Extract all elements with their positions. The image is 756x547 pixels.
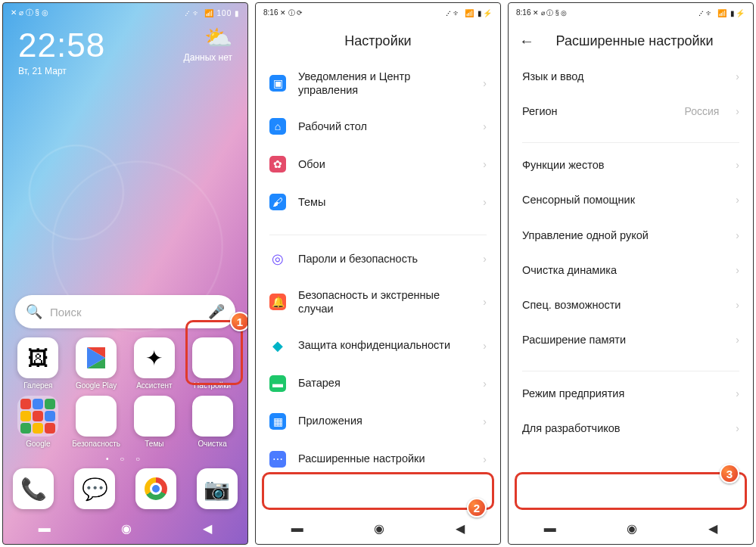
- app-label: Темы: [145, 440, 163, 448]
- chevron-right-icon: ›: [736, 387, 739, 399]
- app-camera[interactable]: 📷: [194, 468, 241, 509]
- weather-icon: ⛅: [184, 26, 232, 49]
- settings-row[interactable]: Очистка динамика›: [509, 253, 753, 287]
- app-google-play[interactable]: Google Play: [73, 337, 120, 390]
- row-label: Спец. возможности: [522, 298, 723, 312]
- search-icon: 🔍: [26, 303, 42, 320]
- row-icon: ✿: [269, 156, 286, 172]
- home-screen: ✕ ⌀ ⓘ § ◎ ⋰ ᯤ 📶 100 ▮ 22:58 Вт, 21 Март …: [2, 2, 248, 545]
- search-placeholder: Поиск: [50, 306, 201, 319]
- settings-row[interactable]: ▬Батарея›: [256, 365, 500, 402]
- page-indicator: • ○ ○: [3, 455, 247, 463]
- search-bar[interactable]: 🔍 Поиск 🎤: [15, 295, 235, 328]
- row-label: Батарея: [298, 376, 471, 390]
- app-icon: 📞: [13, 468, 54, 509]
- settings-row[interactable]: 🖌Темы›: [256, 183, 500, 221]
- settings-row[interactable]: ⋯Расширенные настройки›: [256, 440, 500, 478]
- app-phone[interactable]: 📞: [10, 468, 57, 509]
- chevron-right-icon: ›: [483, 77, 487, 89]
- back-icon[interactable]: ←: [519, 33, 534, 50]
- nav-back-icon[interactable]: ◀: [203, 521, 212, 536]
- app-settings[interactable]: ⚙Настройки: [189, 337, 236, 390]
- app-label: Очистка: [198, 440, 226, 448]
- settings-row[interactable]: Расширение памяти›: [509, 322, 753, 357]
- chevron-right-icon: ›: [483, 378, 487, 390]
- settings-row[interactable]: Сенсорный помощник›: [509, 182, 753, 217]
- settings-title: Настройки: [344, 33, 411, 49]
- row-label: Язык и ввод: [522, 70, 723, 83]
- app-messages[interactable]: 💬: [71, 468, 118, 509]
- row-label: Регион: [522, 104, 672, 118]
- nav-home-icon[interactable]: ◉: [121, 521, 132, 536]
- row-label: Режим предприятия: [522, 387, 723, 400]
- settings-row[interactable]: ⌂Рабочий стол›: [256, 107, 500, 145]
- nav-recent-icon[interactable]: ▬: [39, 521, 51, 535]
- row-icon: ◆: [269, 337, 286, 354]
- advanced-header: ← Расширенные настройки: [509, 23, 753, 59]
- nav-recent-icon[interactable]: ▬: [544, 521, 556, 535]
- app-icon: ✓: [76, 396, 117, 437]
- annotation-badge-3: 3: [720, 464, 739, 483]
- settings-row[interactable]: ✿Обои›: [256, 145, 500, 183]
- nav-recent-icon[interactable]: ▬: [291, 521, 303, 535]
- chevron-right-icon: ›: [483, 340, 487, 352]
- advanced-settings-screen: 8:16 ✕ ⌀ ⓘ § ◎ ⋰ ᯤ 📶 ▮⚡ ← Расширенные на…: [508, 2, 754, 545]
- app-assistant[interactable]: ✦Ассистент: [131, 337, 178, 390]
- app-security[interactable]: ✓Безопасность: [73, 396, 120, 448]
- mic-icon[interactable]: 🎤: [208, 303, 225, 320]
- settings-row[interactable]: ◆Защита конфиденциальности›: [256, 327, 500, 365]
- chevron-right-icon: ›: [736, 229, 739, 241]
- app-icon: 💬: [74, 468, 115, 509]
- row-label: Рабочий стол: [298, 120, 471, 133]
- settings-row[interactable]: Функции жестов›: [509, 148, 753, 182]
- nav-back-icon[interactable]: ◀: [708, 521, 717, 536]
- row-label: Обои: [298, 157, 471, 171]
- app-icon: 📷: [197, 468, 238, 509]
- dock: 📞💬📷: [3, 467, 247, 512]
- row-label: Очистка динамика: [522, 263, 723, 277]
- advanced-list: Язык и ввод›РегионРоссия›Функции жестов›…: [509, 59, 753, 512]
- settings-row[interactable]: Спец. возможности›: [509, 287, 753, 322]
- nav-home-icon[interactable]: ◉: [627, 521, 637, 536]
- nav-bar: ▬ ◉ ◀: [509, 512, 753, 544]
- settings-row[interactable]: Управление одной рукой›: [509, 218, 753, 253]
- settings-row[interactable]: Для разработчиков›: [509, 411, 753, 446]
- chevron-right-icon: ›: [483, 415, 487, 427]
- app-icon: [17, 396, 58, 437]
- app-chrome[interactable]: [132, 468, 179, 509]
- status-bar: ✕ ⌀ ⓘ § ◎ ⋰ ᯤ 📶 100 ▮: [3, 3, 247, 23]
- chevron-right-icon: ›: [736, 299, 739, 311]
- row-label: Безопасность и экстренные случаи: [298, 288, 471, 315]
- settings-list: ▣Уведомления и Центр управления›⌂Рабочий…: [256, 59, 500, 512]
- app-label: Галерея: [23, 381, 52, 390]
- settings-row[interactable]: ◎Пароли и безопасность›: [256, 240, 500, 278]
- nav-back-icon[interactable]: ◀: [456, 521, 465, 536]
- row-label: Пароли и безопасность: [298, 252, 471, 266]
- chevron-right-icon: ›: [483, 296, 487, 308]
- app-cleaner[interactable]: 🗑Очистка: [189, 396, 236, 448]
- clock-time: 22:58: [18, 26, 105, 64]
- settings-row[interactable]: Язык и ввод›: [509, 59, 753, 94]
- settings-row[interactable]: 🔔Безопасность и экстренные случаи›: [256, 278, 500, 326]
- app-gallery[interactable]: 🖼Галерея: [14, 337, 61, 390]
- app-icon: 🗑: [192, 396, 233, 437]
- app-themes[interactable]: 🖌Темы: [131, 396, 178, 448]
- settings-row[interactable]: ▦Приложения›: [256, 402, 500, 440]
- chevron-right-icon: ›: [736, 159, 739, 171]
- nav-home-icon[interactable]: ◉: [374, 521, 384, 536]
- settings-row[interactable]: Режим предприятия›: [509, 376, 753, 411]
- app-icon: [135, 468, 176, 509]
- nav-bar: ▬ ◉ ◀: [256, 512, 500, 544]
- app-icon: 🖼: [17, 337, 58, 378]
- app-icon: ⚙: [192, 337, 233, 378]
- settings-row[interactable]: РегионРоссия›: [509, 94, 753, 129]
- chevron-right-icon: ›: [483, 120, 487, 132]
- settings-row[interactable]: ▣Уведомления и Центр управления›: [256, 59, 500, 107]
- row-label: Защита конфиденциальности: [298, 338, 471, 352]
- row-label: Функции жестов: [522, 158, 723, 172]
- row-label: Управление одной рукой: [522, 228, 723, 242]
- row-label: Приложения: [298, 414, 471, 427]
- app-google-folder[interactable]: Google: [14, 396, 61, 448]
- chevron-right-icon: ›: [483, 253, 487, 265]
- settings-screen: 8:16 ✕ ⓘ ⟳ ⋰ ᯤ 📶 ▮⚡ Настройки ▣Уведомлен…: [255, 2, 501, 545]
